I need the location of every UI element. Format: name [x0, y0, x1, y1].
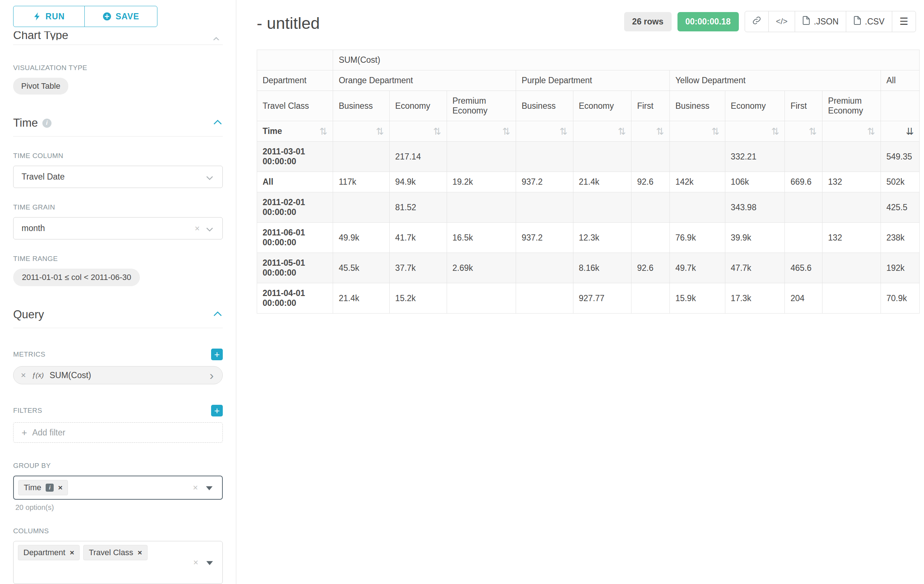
travel-class-header-row: Travel Class BusinessEconomyPremium Econ…	[257, 91, 920, 121]
pivot-cell: 49.7k	[670, 253, 725, 283]
travel-class-header: Economy	[725, 91, 785, 121]
sort-row: Time ⇅ ⇅⇅⇅⇅⇅⇅⇅⇅⇅⇅⇊	[257, 121, 920, 141]
add-filter-plus-button[interactable]: +	[211, 405, 223, 416]
pivot-row-label: 2011-03-01 00:00:00	[257, 141, 333, 172]
pivot-cell: 41.7k	[390, 223, 447, 253]
sort-icon[interactable]: ⇅	[618, 127, 626, 136]
export-csv-button[interactable]: .CSV	[846, 11, 892, 32]
more-menu-button[interactable]: ☰	[892, 11, 916, 32]
pivot-cell: 92.6	[632, 253, 670, 283]
pivot-cell: 81.52	[390, 192, 447, 223]
pivot-cell: 132	[822, 172, 881, 192]
sort-icon[interactable]: ⇅	[433, 127, 441, 136]
code-icon: </>	[776, 17, 788, 26]
pivot-cell: 502k	[881, 172, 919, 192]
clear-icon[interactable]: ×	[193, 558, 198, 568]
view-query-button[interactable]: </>	[769, 11, 795, 32]
pivot-row-label: 2011-05-01 00:00:00	[257, 253, 333, 283]
time-grain-select[interactable]: month ×	[13, 217, 223, 239]
sort-icon[interactable]: ⇅	[320, 127, 328, 136]
clear-icon[interactable]: ×	[195, 224, 200, 234]
time-column-value: Travel Date	[21, 172, 64, 182]
sort-wrap: ⇅	[828, 127, 875, 136]
pivot-cell: 927.77	[573, 283, 632, 314]
remove-chip-icon[interactable]: ×	[138, 548, 142, 557]
group-by-chip[interactable]: Timei×	[18, 480, 68, 495]
chart-header-controls: 26 rows 00:00:00.18 </>	[624, 11, 916, 32]
sort-wrap: ⇅	[790, 127, 817, 136]
travel-class-header: Economy	[573, 91, 632, 121]
sortable-column-header: ⇅	[447, 121, 516, 141]
sort-icon[interactable]: ⇅	[771, 127, 779, 136]
save-button[interactable]: SAVE	[84, 6, 157, 27]
table-row: 2011-05-01 00:00:0045.5k37.7k2.69k8.16k9…	[257, 253, 920, 283]
columns-chip[interactable]: Travel Class×	[83, 545, 148, 560]
sort-wrap: ⇅	[731, 127, 779, 136]
plus-circle-icon	[102, 12, 111, 21]
pivot-cell: 2.69k	[447, 253, 516, 283]
collapse-chevron-up-icon[interactable]	[213, 311, 223, 319]
sort-icon[interactable]: ⇅	[656, 127, 664, 136]
remove-metric-icon[interactable]: ×	[21, 370, 26, 380]
pivot-cell: 92.6	[632, 172, 670, 192]
clear-icon[interactable]: ×	[193, 482, 198, 493]
sort-icon[interactable]: ⇅	[711, 127, 719, 136]
group-by-select[interactable]: Timei× ×	[13, 475, 223, 500]
time-column-select[interactable]: Travel Date	[13, 166, 223, 188]
pivot-cell: 37.7k	[390, 253, 447, 283]
pivot-cell: 16.5k	[447, 223, 516, 253]
columns-select[interactable]: Department×Travel Class× ×	[13, 541, 223, 584]
sort-icon[interactable]: ⇅	[559, 127, 568, 136]
chip-label: Time	[24, 483, 41, 492]
pivot-cell: 142k	[670, 172, 725, 192]
menu-icon: ☰	[899, 16, 908, 27]
travel-class-header: First	[785, 91, 822, 121]
group-by-label: GROUP BY	[13, 462, 223, 470]
pivot-cell: 94.9k	[390, 172, 447, 192]
pivot-cell: 937.2	[516, 172, 573, 192]
pivot-cell: 21.4k	[333, 283, 390, 314]
remove-chip-icon[interactable]: ×	[58, 483, 63, 492]
pivot-table: SUM(Cost) Department Orange DepartmentPu…	[257, 49, 920, 314]
pivot-cell	[632, 192, 670, 223]
export-json-button[interactable]: .JSON	[795, 11, 846, 32]
plus-icon: +	[21, 427, 27, 438]
sort-desc-icon[interactable]: ⇊	[906, 127, 914, 136]
travel-class-header: Business	[516, 91, 573, 121]
collapse-chevron-up-icon[interactable]	[213, 119, 223, 127]
sort-wrap: ⇅	[579, 127, 626, 136]
table-row: All117k94.9k19.2k937.221.4k92.6142k106k6…	[257, 172, 920, 192]
pivot-cell: 217.14	[390, 141, 447, 172]
share-link-button[interactable]	[745, 11, 769, 32]
visualization-type-value[interactable]: Pivot Table	[13, 78, 68, 95]
columns-chip[interactable]: Department×	[18, 545, 79, 560]
sort-icon[interactable]: ⇅	[809, 127, 817, 136]
time-range-value[interactable]: 2011-01-01 ≤ col < 2011-06-30	[13, 269, 140, 286]
pivot-cell	[333, 141, 390, 172]
pivot-cell: 49.9k	[333, 223, 390, 253]
add-filter-button[interactable]: + Add filter	[13, 422, 223, 443]
pivot-cell	[573, 192, 632, 223]
sort-icon[interactable]: ⇅	[502, 127, 510, 136]
sortable-column-header: ⇅	[632, 121, 670, 141]
sort-icon[interactable]: ⇅	[867, 127, 875, 136]
export-json-label: .JSON	[814, 17, 838, 26]
query-section-header[interactable]: Query	[13, 308, 223, 328]
time-section-header[interactable]: Time i	[13, 117, 223, 137]
pivot-cell	[670, 192, 725, 223]
metric-chip[interactable]: × ƒ(x) SUM(Cost) ›	[13, 366, 223, 384]
chart-title[interactable]: - untitled	[257, 14, 320, 33]
sort-icon[interactable]: ⇅	[376, 127, 384, 136]
pivot-cell	[447, 192, 516, 223]
chevron-right-icon[interactable]: ›	[210, 369, 214, 382]
pivot-cell: 343.98	[725, 192, 785, 223]
caret-down-icon	[206, 561, 213, 565]
time-range-label: TIME RANGE	[13, 255, 223, 263]
pivot-cell	[822, 192, 881, 223]
run-button[interactable]: RUN	[13, 6, 85, 27]
chart-type-section-header[interactable]: Chart Type	[13, 31, 223, 40]
pivot-cell: 70.9k	[881, 283, 919, 314]
table-row: 2011-04-01 00:00:0021.4k15.2k927.7715.9k…	[257, 283, 920, 314]
remove-chip-icon[interactable]: ×	[70, 548, 74, 557]
add-metric-button[interactable]: +	[211, 349, 223, 360]
